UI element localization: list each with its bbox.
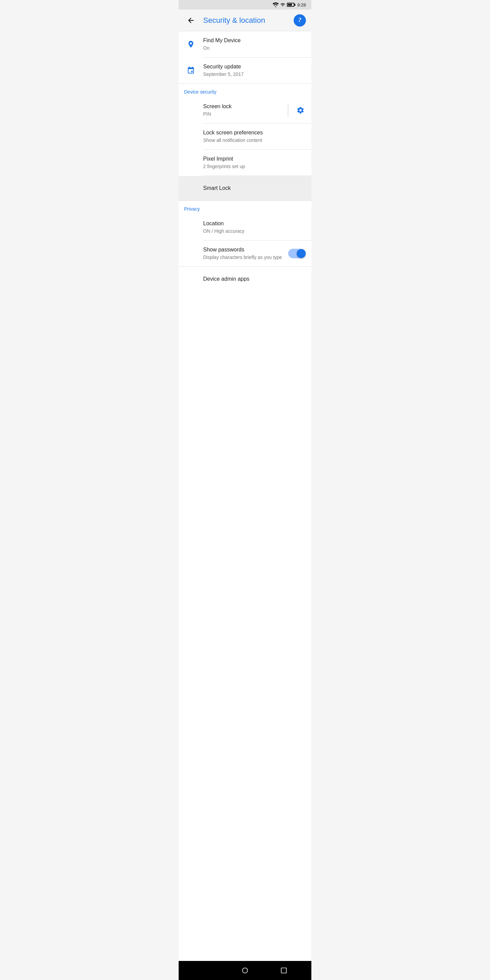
smart-lock-title: Smart Lock [203,185,306,192]
nav-recents-icon [280,967,287,974]
device-security-header: Device security [179,84,311,97]
device-admin-apps-item[interactable]: Device admin apps [179,267,311,291]
location-text: Location ON / High accuracy [203,220,306,235]
device-admin-apps-text: Device admin apps [203,275,306,283]
content-area: Find My Device On Security update Septem… [179,31,311,961]
show-passwords-toggle[interactable] [288,249,306,258]
pixel-imprint-item[interactable]: Pixel Imprint 2 fingerprints set up [179,150,311,176]
screen-lock-subtitle: PIN [203,111,288,118]
security-update-item[interactable]: Security update September 5, 2017 [179,57,311,83]
pixel-imprint-text: Pixel Imprint 2 fingerprints set up [203,155,306,170]
svg-point-0 [243,968,248,973]
pixel-imprint-subtitle: 2 fingerprints set up [203,163,306,170]
find-my-device-item[interactable]: Find My Device On [179,31,311,57]
status-time: 9:28 [298,2,306,8]
location-subtitle: ON / High accuracy [203,228,306,235]
svg-rect-1 [282,968,286,973]
back-button[interactable] [184,14,198,27]
privacy-header: Privacy [179,201,311,215]
app-bar: Security & location ? [179,10,311,31]
nav-back-button[interactable] [198,962,215,978]
lock-screen-preferences-title: Lock screen preferences [203,129,306,137]
security-update-title: Security update [203,63,306,70]
status-bar: 9:28 [179,0,311,10]
screen-lock-item[interactable]: Screen lock PIN [179,97,311,123]
screen-lock-action [288,103,306,117]
find-my-device-title: Find My Device [203,37,306,44]
show-passwords-text: Show passwords Display characters briefl… [203,246,288,261]
find-my-device-subtitle: On [203,45,306,52]
pixel-imprint-title: Pixel Imprint [203,155,306,163]
lock-screen-preferences-subtitle: Show all notification content [203,137,306,144]
battery-icon [287,3,294,7]
smart-lock-item[interactable]: Smart Lock [179,176,311,200]
find-my-device-text: Find My Device On [203,37,306,52]
location-item[interactable]: Location ON / High accuracy [179,215,311,240]
find-my-device-icon [184,37,198,51]
show-passwords-item[interactable]: Show passwords Display characters briefl… [179,240,311,266]
toggle-knob [297,249,305,258]
back-arrow-icon [187,16,195,24]
screen-lock-title: Screen lock [203,103,288,110]
nav-home-icon [242,967,248,974]
screen-lock-text: Screen lock PIN [203,103,288,118]
location-title: Location [203,220,306,227]
nav-back-icon [203,967,210,974]
device-admin-apps-title: Device admin apps [203,275,306,283]
status-icons: 9:28 [272,2,306,8]
show-passwords-title: Show passwords [203,246,288,253]
help-button[interactable]: ? [294,14,306,27]
page-title: Security & location [203,16,288,25]
smart-lock-text: Smart Lock [203,185,306,192]
bottom-nav [179,961,311,980]
lock-screen-preferences-item[interactable]: Lock screen preferences Show all notific… [179,124,311,150]
signal-icon [280,2,285,7]
wifi-icon [272,2,279,7]
security-update-subtitle: September 5, 2017 [203,71,306,78]
gear-icon [296,106,305,115]
show-passwords-subtitle: Display characters briefly as you type [203,254,288,261]
screen-lock-settings-button[interactable] [295,105,306,116]
screen-lock-divider-line [288,103,288,117]
nav-home-button[interactable] [237,962,253,978]
security-update-text: Security update September 5, 2017 [203,63,306,78]
nav-recents-button[interactable] [275,962,292,978]
lock-screen-preferences-text: Lock screen preferences Show all notific… [203,129,306,144]
security-update-icon [184,64,198,77]
